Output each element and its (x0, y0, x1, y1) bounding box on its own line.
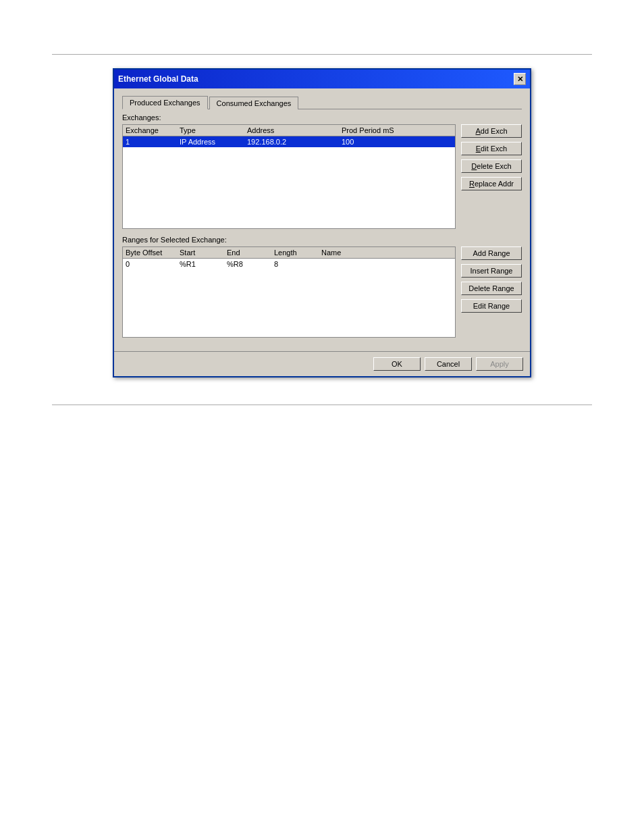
insert-range-label: Insert Range (471, 267, 513, 275)
apply-button[interactable]: Apply (476, 357, 523, 371)
exchange-val: 1 (126, 138, 180, 146)
col-exchange: Exchange (126, 126, 180, 134)
bottom-bar: OK Cancel Apply (114, 351, 530, 376)
name-val (321, 260, 389, 268)
col-start: Start (180, 249, 227, 257)
tab-produced-exchanges[interactable]: Produced Exchanges (122, 96, 208, 109)
address-val: 192.168.0.2 (247, 138, 342, 146)
tab-consumed-label: Consumed Exchanges (217, 99, 292, 107)
ethernet-global-data-dialog: Ethernet Global Data ✕ Produced Exchange… (113, 68, 531, 377)
add-range-label: Add Range (473, 249, 510, 257)
ranges-header: Byte Offset Start End Length Name (123, 247, 455, 259)
exchange-buttons: Add Exch Edit Exch Delete Exch Replace A… (461, 124, 522, 229)
delete-exch-label: Delete Exch (471, 162, 511, 170)
length-val: 8 (274, 260, 321, 268)
ranges-empty (123, 269, 455, 337)
exchanges-table: Exchange Type Address Prod Period mS 1 I… (122, 124, 456, 229)
type-val: IP Address (180, 138, 247, 146)
col-end: End (227, 249, 274, 257)
tab-bar: Produced Exchanges Consumed Exchanges (122, 95, 522, 109)
exchanges-area: Exchange Type Address Prod Period mS 1 I… (122, 124, 522, 229)
ok-button[interactable]: OK (373, 357, 421, 371)
col-name: Name (321, 249, 389, 257)
cancel-label: Cancel (437, 360, 460, 368)
edit-exch-button[interactable]: Edit Exch (461, 142, 522, 155)
edit-exch-label: Edit Exch (476, 145, 507, 153)
col-type: Type (180, 126, 247, 134)
dialog-body: Produced Exchanges Consumed Exchanges Ex… (114, 88, 530, 351)
edit-range-label: Edit Range (473, 302, 510, 310)
ranges-label: Ranges for Selected Exchange: (122, 236, 522, 244)
end-val: %R8 (227, 260, 274, 268)
ranges-area: Byte Offset Start End Length Name 0 %R1 … (122, 246, 522, 338)
delete-exch-button[interactable]: Delete Exch (461, 159, 522, 173)
add-exch-button[interactable]: Add Exch (461, 124, 522, 138)
apply-label: Apply (490, 360, 509, 368)
edit-range-button[interactable]: Edit Range (461, 299, 522, 313)
title-bar: Ethernet Global Data ✕ (114, 70, 530, 88)
delete-range-label: Delete Range (468, 284, 514, 292)
exchanges-empty (123, 147, 455, 228)
close-button[interactable]: ✕ (514, 73, 526, 85)
range-row-1[interactable]: 0 %R1 %R8 8 (123, 259, 455, 269)
bottom-rule (52, 405, 592, 405)
ranges-table: Byte Offset Start End Length Name 0 %R1 … (122, 246, 456, 338)
replace-addr-label: Replace Addr (469, 180, 514, 188)
replace-addr-button[interactable]: Replace Addr (461, 177, 522, 190)
exchanges-label: Exchanges: (122, 113, 522, 122)
prod-period-val: 100 (342, 138, 409, 146)
top-rule (52, 54, 592, 55)
range-buttons: Add Range Insert Range Delete Range Edit… (461, 246, 522, 338)
delete-range-button[interactable]: Delete Range (461, 282, 522, 295)
insert-range-button[interactable]: Insert Range (461, 264, 522, 278)
col-prod-period: Prod Period mS (342, 126, 409, 134)
ok-label: OK (392, 360, 402, 368)
byte-offset-val: 0 (126, 260, 180, 268)
start-val: %R1 (180, 260, 227, 268)
add-exch-label: Add Exch (475, 127, 507, 135)
tab-consumed-exchanges[interactable]: Consumed Exchanges (209, 97, 299, 109)
col-byte-offset: Byte Offset (126, 249, 180, 257)
tab-produced-label: Produced Exchanges (130, 99, 200, 107)
col-length: Length (274, 249, 321, 257)
dialog-title: Ethernet Global Data (118, 74, 198, 84)
add-range-button[interactable]: Add Range (461, 246, 522, 260)
cancel-button[interactable]: Cancel (425, 357, 472, 371)
exchanges-header: Exchange Type Address Prod Period mS (123, 125, 455, 136)
exchange-row-1[interactable]: 1 IP Address 192.168.0.2 100 (123, 136, 455, 147)
col-address: Address (247, 126, 342, 134)
